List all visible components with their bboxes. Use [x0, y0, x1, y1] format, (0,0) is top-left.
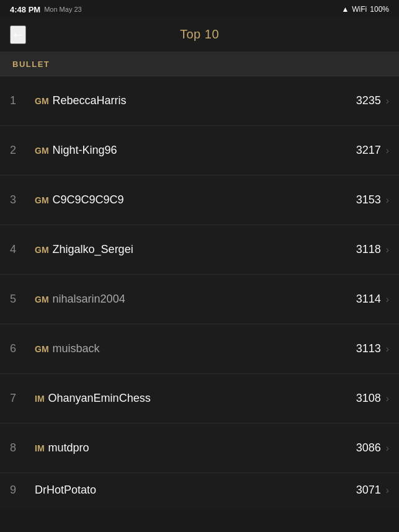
rank-number: 9	[10, 484, 30, 497]
player-info: GM Night-King96	[35, 144, 356, 157]
rank-number: 8	[10, 441, 30, 454]
table-row[interactable]: 4 GM Zhigalko_Sergei 3118 ›	[0, 225, 399, 275]
player-name: muisback	[53, 342, 100, 355]
status-bar: 4:48 PM Mon May 23 ▲ WiFi 100%	[0, 0, 399, 17]
player-info: GM RebeccaHarris	[35, 94, 356, 107]
chevron-right-icon: ›	[386, 443, 389, 454]
status-date: Mon May 23	[44, 6, 82, 13]
table-row[interactable]: 1 GM RebeccaHarris 3235 ›	[0, 76, 399, 126]
player-title: GM	[35, 295, 49, 304]
player-name: nihalsarin2004	[53, 293, 125, 306]
player-rating: 3113	[356, 342, 381, 355]
chevron-right-icon: ›	[386, 294, 389, 305]
rank-number: 2	[10, 144, 30, 157]
player-info: GM Zhigalko_Sergei	[35, 243, 356, 256]
player-rating: 3114	[356, 293, 381, 306]
player-name: Night-King96	[53, 144, 117, 157]
leaderboard-list: 1 GM RebeccaHarris 3235 › 2 GM Night-Kin…	[0, 76, 399, 508]
player-name: C9C9C9C9C9	[53, 193, 124, 206]
player-rating: 3235	[356, 94, 381, 107]
table-row[interactable]: 6 GM muisback 3113 ›	[0, 324, 399, 374]
player-title: IM	[35, 443, 45, 453]
player-title: GM	[35, 245, 49, 255]
signal-icon: ▲	[341, 5, 349, 14]
player-name: mutdpro	[48, 441, 89, 454]
player-title: GM	[35, 146, 49, 156]
rank-number: 4	[10, 243, 30, 256]
rank-number: 3	[10, 193, 30, 206]
wifi-icon: WiFi	[352, 5, 367, 14]
player-title: GM	[35, 344, 49, 354]
player-rating: 3118	[356, 243, 381, 256]
player-rating: 3071	[356, 484, 381, 497]
app-header: ← Top 10	[0, 17, 399, 52]
chevron-right-icon: ›	[386, 95, 389, 107]
player-rating: 3086	[356, 441, 381, 454]
chevron-right-icon: ›	[386, 485, 389, 496]
back-button[interactable]: ←	[10, 25, 26, 44]
player-title: GM	[35, 96, 49, 106]
player-info: IM OhanyanEminChess	[35, 392, 356, 405]
player-rating: 3108	[356, 392, 381, 405]
table-row[interactable]: 8 IM mutdpro 3086 ›	[0, 423, 399, 473]
status-time: 4:48 PM	[10, 5, 40, 14]
page-title: Top 10	[180, 27, 219, 42]
player-name: Zhigalko_Sergei	[53, 243, 133, 256]
section-header: BULLET	[0, 52, 399, 76]
player-rating: 3217	[356, 144, 381, 157]
player-info: GM C9C9C9C9C9	[35, 193, 356, 206]
player-name: OhanyanEminChess	[48, 392, 151, 405]
chevron-right-icon: ›	[386, 145, 389, 156]
player-name: DrHotPotato	[35, 484, 96, 497]
chevron-right-icon: ›	[386, 244, 389, 255]
player-title: GM	[35, 195, 49, 205]
rank-number: 1	[10, 94, 30, 107]
player-info: GM nihalsarin2004	[35, 293, 356, 306]
section-label: BULLET	[12, 60, 50, 69]
player-title: IM	[35, 394, 45, 404]
player-name: RebeccaHarris	[53, 94, 127, 107]
player-info: IM mutdpro	[35, 441, 356, 454]
player-info: GM muisback	[35, 342, 356, 355]
battery-icon: 100%	[370, 5, 389, 14]
table-row[interactable]: 2 GM Night-King96 3217 ›	[0, 126, 399, 175]
player-rating: 3153	[356, 193, 381, 206]
player-info: DrHotPotato	[35, 484, 356, 497]
chevron-right-icon: ›	[386, 393, 389, 404]
table-row[interactable]: 9 DrHotPotato 3071 ›	[0, 473, 399, 508]
table-row[interactable]: 7 IM OhanyanEminChess 3108 ›	[0, 374, 399, 423]
chevron-right-icon: ›	[386, 195, 389, 206]
rank-number: 6	[10, 342, 30, 355]
chevron-right-icon: ›	[386, 344, 389, 355]
table-row[interactable]: 3 GM C9C9C9C9C9 3153 ›	[0, 175, 399, 225]
status-icons: ▲ WiFi 100%	[341, 5, 389, 14]
table-row[interactable]: 5 GM nihalsarin2004 3114 ›	[0, 275, 399, 324]
rank-number: 5	[10, 293, 30, 306]
rank-number: 7	[10, 392, 30, 405]
